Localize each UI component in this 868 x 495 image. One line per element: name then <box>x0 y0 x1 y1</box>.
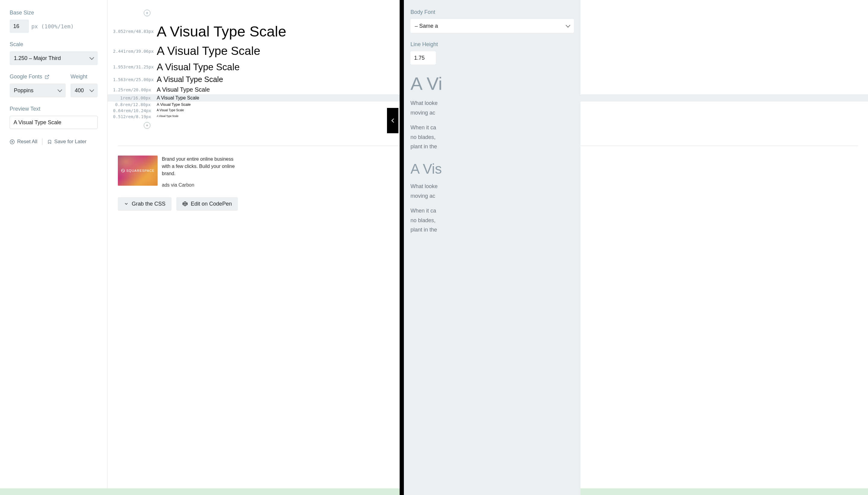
add-step-bottom-button[interactable] <box>144 122 151 129</box>
preview-text-input[interactable] <box>10 116 98 129</box>
body-font-label: Body Font <box>411 9 574 15</box>
drawer-body-sample: When it ca no blades, plant in the <box>411 123 574 152</box>
scale-meta: 0.8rem/12.80px <box>113 102 157 107</box>
scale-sample: A Visual Type Scale <box>157 22 286 41</box>
scale-meta: 1.25rem/20.00px <box>113 87 157 92</box>
scale-sample: A Visual Type Scale <box>157 75 223 84</box>
carbon-ad[interactable]: SQUARESPACE Brand your entire online bus… <box>118 156 238 189</box>
line-height-input[interactable] <box>411 51 436 65</box>
body-preview-drawer: Body Font – Same a Line Height A Vi What… <box>400 0 580 495</box>
scale-meta: 1.953rem/31.25px <box>113 65 157 69</box>
line-height-label: Line Height <box>411 41 574 48</box>
drawer-heading-sample: A Vi <box>411 74 574 93</box>
scale-meta: 3.052rem/48.83px <box>113 29 157 34</box>
ad-copy: Brand your entire online business with a… <box>162 156 238 189</box>
drawer-body-sample: What looke moving ac <box>411 182 574 201</box>
drawer-body-sample: What looke moving ac <box>411 99 574 118</box>
scale-sample: A Visual Type Scale <box>157 102 191 107</box>
scale-sample: A Visual Type Scale <box>157 115 178 118</box>
scale-label: Scale <box>10 41 98 48</box>
scale-select[interactable]: 1.250 – Major Third <box>10 51 98 65</box>
scale-group: Scale 1.250 – Major Third <box>10 41 98 65</box>
preview-text-group: Preview Text <box>10 106 98 129</box>
ad-image: SQUARESPACE <box>118 156 158 186</box>
scale-sample: A Visual Type Scale <box>157 86 210 93</box>
close-circle-icon <box>10 139 15 144</box>
font-group: Google Fonts Poppins <box>10 73 66 97</box>
save-button[interactable]: Save for Later <box>42 137 87 146</box>
grab-css-button[interactable]: Grab the CSS <box>118 197 172 211</box>
scale-sample: A Visual Type Scale <box>157 44 260 58</box>
svg-line-0 <box>47 75 49 77</box>
controls-sidebar: Base Size px (100%/1em) Scale 1.250 – Ma… <box>0 0 108 495</box>
font-select[interactable]: Poppins <box>10 84 66 97</box>
drawer-heading-sample: A Vis <box>411 161 574 177</box>
ad-attribution[interactable]: ads via Carbon <box>162 182 238 189</box>
scale-sample: A Visual Type Scale <box>157 108 184 113</box>
drawer-body-sample: When it ca no blades, plant in the <box>411 206 574 235</box>
scale-sample: A Visual Type Scale <box>157 95 199 101</box>
scale-meta: 0.512rem/8.19px <box>113 114 157 119</box>
fonts-label: Google Fonts <box>10 73 66 80</box>
base-size-group: Base Size px (100%/1em) <box>10 10 98 33</box>
codepen-icon <box>183 201 188 206</box>
drawer-toggle[interactable] <box>387 108 398 133</box>
weight-label: Weight <box>71 73 98 80</box>
weight-group: Weight 400 <box>71 73 98 97</box>
add-step-top-button[interactable] <box>144 10 151 16</box>
body-font-select[interactable]: – Same a <box>411 19 574 33</box>
external-link-icon[interactable] <box>45 74 49 79</box>
scale-meta: 1.563rem/25.00px <box>113 77 157 82</box>
base-size-input[interactable] <box>10 20 29 33</box>
scale-meta: 2.441rem/39.06px <box>113 49 157 54</box>
scale-meta: 0.64rem/10.24px <box>113 108 157 113</box>
scale-meta: 1rem/16.00px <box>113 96 157 100</box>
preview-text-label: Preview Text <box>10 106 98 112</box>
bookmark-icon <box>47 139 52 144</box>
reset-button[interactable]: Reset All <box>10 137 42 146</box>
chevron-down-icon <box>124 201 129 206</box>
edit-codepen-button[interactable]: Edit on CodePen <box>176 197 238 211</box>
base-size-unit: px (100%/1em) <box>31 23 74 30</box>
base-size-label: Base Size <box>10 10 98 16</box>
scale-sample: A Visual Type Scale <box>157 61 240 73</box>
chevron-left-icon <box>392 118 396 123</box>
weight-select[interactable]: 400 <box>71 84 98 97</box>
